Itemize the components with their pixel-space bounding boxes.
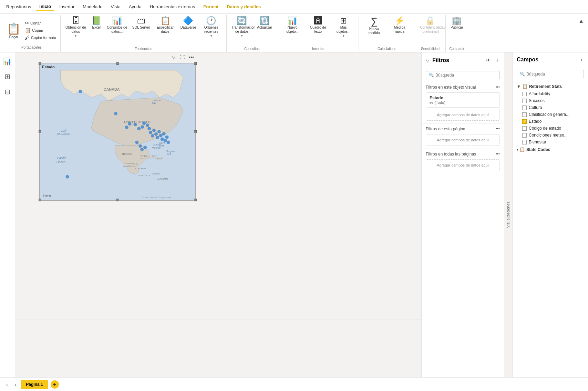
menu-modelado[interactable]: Modelado bbox=[79, 3, 106, 11]
svg-point-44 bbox=[152, 129, 156, 132]
menu-vista[interactable]: Vista bbox=[107, 3, 124, 11]
campos-search-input[interactable] bbox=[526, 72, 581, 77]
svg-point-33 bbox=[114, 112, 117, 116]
field-item-clasificacion[interactable]: Clasificación genera... bbox=[513, 111, 588, 118]
campos-collapse-button[interactable]: › bbox=[579, 55, 584, 64]
menu-datos[interactable]: Datos y detalles bbox=[223, 3, 264, 11]
filter-card-estado[interactable]: Estado es (Todo) bbox=[426, 92, 500, 108]
checkbox-cultura[interactable] bbox=[522, 106, 527, 110]
svg-point-34 bbox=[128, 122, 132, 126]
filters-search-input[interactable] bbox=[435, 73, 497, 78]
resize-br[interactable] bbox=[194, 199, 197, 201]
filter-section-visual-more[interactable]: ••• bbox=[495, 85, 500, 90]
mas-objetos-button[interactable]: ⊞ Más objetos... ▼ bbox=[331, 15, 356, 39]
field-item-cultura[interactable]: Cultura bbox=[513, 104, 588, 111]
add-page-button[interactable]: + bbox=[51, 380, 59, 389]
field-group-retirement-header[interactable]: ▼ 📋 Retirement Stats bbox=[513, 82, 588, 90]
more-visual-icon[interactable]: ••• bbox=[187, 54, 195, 61]
filter-add-page-btn[interactable]: Agregar campos de datos aquí bbox=[426, 134, 500, 146]
field-item-condiciones[interactable]: Condiciones meteo... bbox=[513, 132, 588, 139]
publicar-button[interactable]: 🏢 Publicar bbox=[448, 15, 465, 31]
confidencialidad-label: Confidencialidad (preliminar) bbox=[420, 26, 441, 34]
filter-section-all-more[interactable]: ••• bbox=[495, 152, 500, 157]
copy-button[interactable]: 📋 Copiar bbox=[23, 27, 58, 34]
especificar-button[interactable]: 📋 Especificar datos bbox=[153, 15, 178, 35]
filters-search-box[interactable]: 🔍 bbox=[426, 71, 500, 79]
transformacion-button[interactable]: 🔄 Transformación de datos ▼ bbox=[229, 15, 254, 39]
menu-insertar[interactable]: Insertar bbox=[56, 3, 78, 11]
actualizar-button[interactable]: 🔃 Actualizar bbox=[255, 15, 274, 31]
checkbox-codigo[interactable] bbox=[522, 126, 527, 131]
svg-point-49 bbox=[161, 138, 164, 141]
page-prev-button[interactable]: ‹ bbox=[4, 381, 10, 388]
cuadro-texto-button[interactable]: 🅰 Cuadro de texto bbox=[306, 15, 330, 35]
format-copy-button[interactable]: 🖌 Copiar formato bbox=[23, 34, 58, 41]
page-next-button[interactable]: › bbox=[13, 381, 19, 388]
sql-button[interactable]: 🗃 SQL Server bbox=[130, 15, 152, 31]
filter-section-page-label: Filtros de esta página bbox=[426, 127, 465, 131]
filters-forward-icon[interactable]: › bbox=[495, 55, 500, 65]
obtencion-datos-button[interactable]: 🗄 Obtención de datos ▼ bbox=[63, 15, 88, 39]
field-item-bienestar[interactable]: Bienestar bbox=[513, 139, 588, 146]
campos-search-box[interactable]: 🔍 bbox=[517, 70, 584, 78]
checkbox-condiciones[interactable] bbox=[522, 133, 527, 138]
menu-repositorios[interactable]: Repositorios bbox=[3, 3, 34, 11]
field-label-affordability: Affordability bbox=[529, 91, 550, 96]
field-item-sucesos[interactable]: Sucesos bbox=[513, 97, 588, 104]
resize-tr[interactable] bbox=[194, 62, 197, 65]
svg-point-40 bbox=[146, 123, 149, 127]
excel-button[interactable]: 📗 Excel bbox=[89, 15, 104, 31]
transformacion-dropdown: ▼ bbox=[240, 34, 243, 38]
ribbon-group-compartir: 🏢 Publicar Compartir bbox=[446, 15, 468, 52]
page-divider bbox=[15, 320, 421, 320]
resize-bl[interactable] bbox=[39, 199, 41, 201]
filter-field-name: Estado bbox=[430, 96, 496, 100]
checkbox-clasificacion[interactable] bbox=[522, 112, 527, 117]
resize-ml[interactable] bbox=[39, 130, 41, 133]
menu-format[interactable]: Format bbox=[200, 3, 222, 11]
map-visual[interactable]: ▽ ⛶ ••• Estado bbox=[39, 63, 196, 201]
origenes-button[interactable]: 🕐 Orígenes recientes ▼ bbox=[199, 15, 224, 39]
filter-visual-icon[interactable]: ▽ bbox=[171, 54, 177, 61]
sensibilidad-label: Sensibilidad bbox=[418, 46, 443, 52]
map-title: Estado bbox=[42, 65, 55, 69]
conjuntos-button[interactable]: 📊 Conjuntos de datos... bbox=[105, 15, 130, 35]
nuevo-objeto-button[interactable]: 📊 Nuevo objeto... bbox=[280, 15, 305, 35]
checkbox-affordability[interactable] bbox=[522, 92, 527, 96]
checkbox-estado[interactable]: ✓ bbox=[522, 119, 527, 124]
visualizaciones-tab[interactable]: Visualizaciones bbox=[504, 52, 512, 377]
resize-mr[interactable] bbox=[194, 130, 197, 133]
resize-tl[interactable] bbox=[39, 62, 41, 65]
svg-text:Mexico: Mexico bbox=[152, 147, 161, 150]
filter-add-visual-btn[interactable]: Agregar campos de datos aquí bbox=[426, 109, 500, 121]
confidencialidad-button[interactable]: 🔒 Confidencialidad (preliminar) bbox=[418, 15, 443, 35]
menu-inicio[interactable]: Inicio bbox=[36, 2, 54, 11]
checkbox-bienestar[interactable] bbox=[522, 140, 527, 144]
cut-button[interactable]: ✂ Cortar bbox=[23, 20, 58, 27]
expand-visual-icon[interactable]: ⛶ bbox=[178, 54, 186, 61]
filter-section-page-more[interactable]: ••• bbox=[495, 127, 500, 131]
resize-tm[interactable] bbox=[116, 62, 119, 65]
nueva-medida-button[interactable]: ∑ Nueva medida bbox=[362, 15, 386, 37]
menu-ayuda[interactable]: Ayuda bbox=[125, 3, 145, 11]
filters-eye-icon[interactable]: 👁 bbox=[485, 56, 492, 64]
page-tab-1[interactable]: Página 1 bbox=[21, 380, 48, 389]
report-view-icon[interactable]: 📊 bbox=[1, 55, 14, 68]
field-item-estado[interactable]: ✓ Estado bbox=[513, 118, 588, 125]
field-item-codigo[interactable]: Código de estado bbox=[513, 125, 588, 132]
model-view-icon[interactable]: ⊟ bbox=[2, 86, 12, 98]
filters-header: ▽ Filtros 👁 › bbox=[422, 52, 504, 68]
menu-herramientas[interactable]: Herramientas externas bbox=[146, 3, 199, 11]
table-view-icon[interactable]: ⊞ bbox=[2, 70, 12, 83]
dataverse-button[interactable]: 🔷 Dataverse bbox=[178, 15, 198, 31]
field-item-affordability[interactable]: Affordability bbox=[513, 90, 588, 97]
paste-button[interactable]: 📋 Pegar bbox=[6, 21, 22, 40]
ribbon-collapse-button[interactable]: ▲ bbox=[577, 17, 585, 26]
resize-bm[interactable] bbox=[116, 199, 119, 201]
filter-section-page-header: Filtros de esta página ••• bbox=[426, 127, 500, 131]
field-group-statecodes-header[interactable]: › 📋 State Codes bbox=[513, 146, 588, 153]
checkbox-sucesos[interactable] bbox=[522, 99, 527, 103]
medida-rapida-button[interactable]: ⚡ Medida rápida bbox=[387, 15, 412, 35]
filter-add-all-btn[interactable]: Agregar campos de datos aquí bbox=[426, 159, 500, 171]
mas-objetos-dropdown: ▼ bbox=[342, 34, 345, 38]
